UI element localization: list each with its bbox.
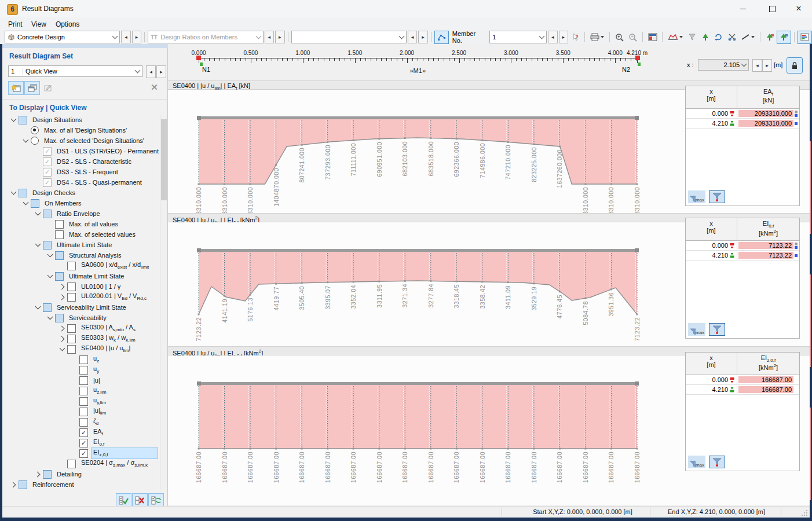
tree-scrollbar-thumb[interactable]: [161, 119, 167, 200]
tree-item[interactable]: Detailing: [2, 469, 168, 479]
checkbox-empty-icon[interactable]: [79, 397, 88, 406]
checkbox-checked-icon[interactable]: ✓: [43, 168, 52, 177]
menu-print[interactable]: Print: [6, 19, 25, 30]
tree-expander-icon[interactable]: [57, 323, 67, 333]
tree-expander-icon[interactable]: [8, 479, 19, 490]
tree-item[interactable]: On Members: [2, 198, 168, 208]
tree-expander-icon[interactable]: [8, 188, 19, 198]
tree-item[interactable]: uz,lim: [2, 386, 168, 396]
menu-options[interactable]: Options: [53, 19, 82, 30]
tree-item[interactable]: Structural Analysis: [2, 250, 168, 260]
tree-item[interactable]: Design Checks: [2, 188, 168, 198]
loadcase-prev-button[interactable]: ◂: [408, 31, 417, 43]
result-diagrams-button[interactable]: [665, 31, 685, 43]
checkbox-partial-icon[interactable]: [55, 272, 64, 281]
tree-item[interactable]: uy: [2, 365, 168, 375]
tree-item[interactable]: Ultimate Limit State: [2, 240, 168, 250]
tree-item[interactable]: SE0303 | wk / wk,lim: [2, 333, 168, 344]
set-next-button[interactable]: ▸: [156, 65, 166, 78]
tree-scrollbar[interactable]: [160, 115, 167, 490]
checkbox-empty-icon[interactable]: [79, 376, 88, 385]
tree-item[interactable]: ✓DS4 - SLS - Quasi-permanent: [2, 177, 168, 188]
checkbox-empty-icon[interactable]: [55, 230, 64, 239]
resize-grip[interactable]: [802, 510, 808, 516]
tree-expander-icon[interactable]: [57, 281, 67, 292]
tree-item[interactable]: ✓EAf: [2, 427, 168, 438]
checkbox-partial-icon[interactable]: [43, 241, 52, 250]
clip-objects-button[interactable]: [725, 31, 738, 43]
zoom-in-button[interactable]: [613, 31, 626, 43]
tree-expander-icon[interactable]: [32, 469, 43, 479]
regenerate-button[interactable]: [712, 31, 725, 43]
checkbox-empty-icon[interactable]: [67, 282, 76, 291]
checkbox-partial-icon[interactable]: [43, 470, 52, 479]
checkbox-empty-icon[interactable]: [67, 345, 76, 354]
checkbox-empty-icon[interactable]: [67, 460, 76, 468]
tree-item[interactable]: uz: [2, 354, 168, 365]
deselect-button[interactable]: ×: [568, 31, 581, 43]
radio-off-icon[interactable]: [31, 137, 39, 145]
tree-item[interactable]: ✓EIz,0,f: [2, 448, 168, 458]
tree-expander-icon[interactable]: [57, 344, 67, 354]
member-no-combo[interactable]: 1: [489, 31, 547, 43]
x-next-button[interactable]: ▸: [762, 59, 772, 72]
checkbox-checked-icon[interactable]: ✓: [79, 439, 88, 447]
member-select-button[interactable]: [434, 31, 449, 44]
minimize-button[interactable]: [730, 0, 756, 17]
tree-item[interactable]: Ultimate Limit State: [2, 271, 168, 281]
loadcase-combo[interactable]: [291, 31, 407, 43]
tree-expander-icon[interactable]: [57, 292, 67, 302]
checkbox-empty-icon[interactable]: [79, 408, 88, 416]
tree-expander-icon[interactable]: [32, 240, 43, 250]
result-diagram-set-combo[interactable]: 1 Quick View: [8, 65, 142, 77]
checkbox-checked-icon[interactable]: ✓: [43, 157, 52, 166]
delete-set-button[interactable]: ✕: [147, 81, 162, 94]
checkbox-empty-icon[interactable]: [67, 324, 76, 333]
checkbox-empty-icon[interactable]: [79, 418, 88, 427]
tree-item[interactable]: SE0400 | |u / ulim|: [2, 344, 168, 354]
x-prev-button[interactable]: ◂: [752, 59, 762, 72]
tree-item[interactable]: Max. of selected 'Design Situations': [2, 135, 168, 146]
checkbox-empty-icon[interactable]: [79, 355, 88, 364]
checkbox-checked-icon[interactable]: ✓: [43, 147, 52, 156]
select-all-button[interactable]: [116, 493, 131, 507]
close-button[interactable]: ×: [785, 0, 812, 17]
tree-item[interactable]: Reinforcement: [2, 479, 168, 490]
deselect-all-button[interactable]: [132, 493, 148, 507]
tree-item[interactable]: uy,lim: [2, 396, 168, 406]
tree-item[interactable]: SA0600 | x/dexist / x/dlimit: [2, 260, 168, 271]
tree-item[interactable]: Ratio Envelope: [2, 208, 168, 219]
visibility-button[interactable]: [698, 31, 712, 43]
show-max-button[interactable]: max: [688, 456, 705, 468]
checkbox-partial-icon[interactable]: [55, 314, 64, 322]
checkbox-checked-icon[interactable]: ✓: [79, 428, 88, 437]
x-lock-button[interactable]: [787, 57, 803, 74]
print-button[interactable]: [588, 31, 606, 43]
checkbox-checked-icon[interactable]: ✓: [43, 178, 52, 187]
tree-item[interactable]: Serviceability Limit State: [2, 302, 168, 313]
checkbox-partial-icon[interactable]: [19, 480, 27, 489]
checkbox-partial-icon[interactable]: [43, 303, 52, 312]
checkbox-partial-icon[interactable]: [19, 189, 27, 197]
maximize-button[interactable]: [759, 0, 785, 17]
filter-current-x-button[interactable]: [709, 190, 725, 203]
tree-item[interactable]: Serviceability: [2, 313, 168, 323]
filter-current-x-button[interactable]: [709, 323, 725, 336]
checkbox-partial-icon[interactable]: [55, 251, 64, 260]
tree-expander-icon[interactable]: [32, 208, 43, 219]
invert-selection-button[interactable]: [148, 493, 164, 507]
checkbox-empty-icon[interactable]: [67, 293, 76, 302]
tree-item[interactable]: UL0200.01 | VEd / VRd,c: [2, 292, 168, 302]
section-line-button[interactable]: [738, 31, 757, 43]
tree-item[interactable]: Max. of all 'Design Situations': [2, 125, 168, 135]
checkbox-checked-icon[interactable]: ✓: [79, 449, 88, 458]
checkbox-empty-icon[interactable]: [55, 220, 64, 229]
tree-item[interactable]: |u|: [2, 375, 168, 386]
checkbox-empty-icon[interactable]: [67, 335, 76, 343]
filter-cone-button[interactable]: [685, 31, 698, 43]
set-prev-button[interactable]: ◂: [146, 65, 156, 78]
menu-view[interactable]: View: [29, 19, 49, 30]
tree-expander-icon[interactable]: [20, 135, 31, 146]
result-type-next-button[interactable]: ▸: [275, 31, 284, 43]
copy-set-button[interactable]: [24, 81, 40, 95]
